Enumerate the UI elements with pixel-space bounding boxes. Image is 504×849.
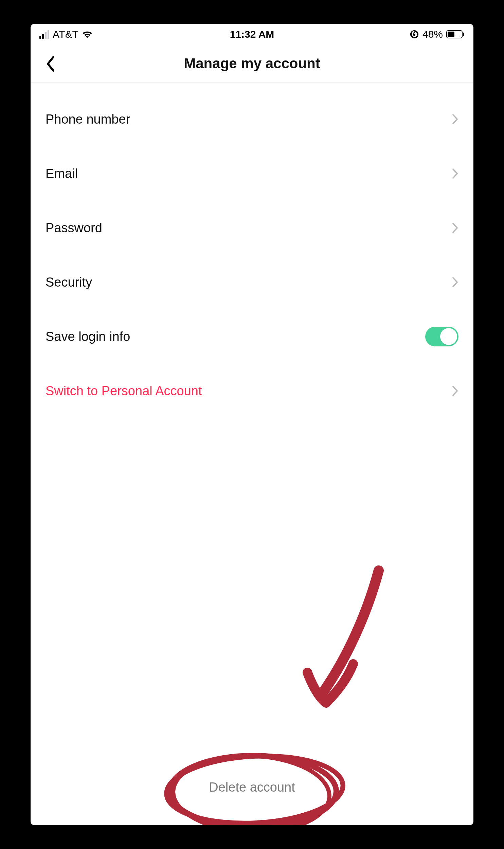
row-password[interactable]: Password [31, 207, 473, 248]
svg-rect-4 [448, 32, 454, 37]
save-login-toggle[interactable] [425, 327, 458, 346]
battery-percent-label: 48% [422, 29, 443, 40]
settings-list: Phone number Email Password Security [31, 83, 473, 411]
chevron-right-icon [452, 113, 458, 125]
row-security[interactable]: Security [31, 262, 473, 303]
row-label: Security [46, 275, 92, 290]
page-title: Manage my account [184, 55, 320, 72]
delete-account-label: Delete account [209, 780, 295, 794]
row-label: Phone number [46, 112, 130, 127]
phone-frame: AT&T 11:32 AM [31, 24, 473, 825]
row-label: Save login info [46, 329, 130, 344]
back-button[interactable] [40, 54, 60, 74]
row-phone-number[interactable]: Phone number [31, 99, 473, 140]
status-left: AT&T [39, 29, 93, 40]
chevron-left-icon [45, 56, 55, 72]
status-bar: AT&T 11:32 AM [31, 24, 473, 45]
clock-label: 11:32 AM [230, 29, 274, 40]
row-save-login-info: Save login info [31, 316, 473, 357]
chevron-right-icon [452, 222, 458, 234]
row-label: Switch to Personal Account [46, 384, 202, 398]
row-label: Email [46, 166, 78, 181]
rotation-lock-icon [410, 30, 419, 39]
row-label: Password [46, 221, 102, 235]
app-header: Manage my account [31, 45, 473, 83]
battery-icon [446, 30, 465, 39]
delete-account-button[interactable]: Delete account [209, 780, 295, 795]
row-switch-personal-account[interactable]: Switch to Personal Account [31, 371, 473, 411]
svg-rect-1 [413, 34, 415, 36]
status-right: 48% [410, 29, 465, 40]
svg-rect-3 [463, 33, 464, 36]
carrier-label: AT&T [53, 29, 78, 40]
toggle-knob [440, 328, 457, 345]
chevron-right-icon [452, 385, 458, 397]
chevron-right-icon [452, 276, 458, 288]
signal-bars-icon [39, 30, 49, 39]
row-email[interactable]: Email [31, 153, 473, 194]
chevron-right-icon [452, 168, 458, 179]
wifi-icon [82, 30, 93, 38]
